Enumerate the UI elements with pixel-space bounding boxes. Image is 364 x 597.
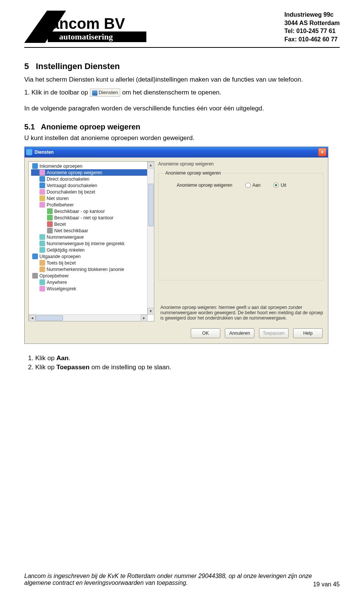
tree-item[interactable]: Beschikbaar - op kantoor — [31, 208, 154, 214]
window-icon — [26, 149, 32, 155]
instruction-prefix: 1. Klik in de toolbar op — [24, 89, 90, 96]
tree-item-label: Profielbeheer — [47, 202, 74, 208]
page-header: ancom BV automatisering Industrieweg 99c… — [24, 11, 340, 45]
section-title: Instellingen Diensten — [36, 61, 120, 71]
scroll-down-icon[interactable]: ▼ — [147, 308, 154, 315]
tree-item-label: Toets bij bezet — [47, 260, 76, 266]
page-footer: Lancom is ingeschreven bij de KvK te Rot… — [24, 573, 340, 588]
tree-item-label: Beschikbaar - op kantoor — [54, 209, 105, 214]
pane-title: Anonieme oproep weigeren — [158, 161, 324, 167]
tree-item-icon — [47, 228, 53, 233]
window-body: Inkomende oproepenAnonieme oproep weiger… — [25, 158, 328, 325]
tree-vertical-scrollbar[interactable]: ▲ ▼ — [147, 162, 154, 315]
tree-item[interactable]: Nummerweergave — [31, 234, 154, 240]
tree-item-label: Vertraagd doorschakelen — [47, 183, 97, 188]
tree-item[interactable]: Doorschakelen bij bezet — [31, 189, 154, 195]
tree-item-icon — [39, 195, 45, 201]
tree-item-label: Uitgaande oproepen — [39, 254, 81, 259]
tree-item[interactable]: Beschikbaar - niet op kantoor — [31, 214, 154, 221]
radio-icon — [273, 183, 279, 188]
tree-item-label: Niet storen — [47, 196, 69, 201]
tree-item-icon — [32, 273, 38, 279]
scroll-left-icon[interactable]: ◄ — [29, 315, 36, 321]
setting-label: Anonieme oproep weigeren — [177, 183, 232, 188]
close-icon[interactable]: × — [318, 148, 326, 156]
radio-aan-label: Aan — [253, 183, 260, 188]
tree-item[interactable]: Direct doorschakelen — [31, 176, 154, 182]
tree-item[interactable]: Anywhere — [31, 279, 154, 285]
tree-item-label: Beschikbaar - niet op kantoor — [54, 215, 113, 221]
tree-item-icon — [39, 241, 45, 246]
tree-scroll-area: Inkomende oproepenAnonieme oproep weiger… — [29, 162, 154, 321]
tree-item-icon — [39, 247, 45, 253]
tree-item[interactable]: Oproepbeheer — [31, 273, 154, 279]
page-number: 19 van 45 — [313, 581, 340, 588]
diensten-window: Diensten × Inkomende oproepenAnonieme op… — [24, 146, 328, 344]
tree-item[interactable]: Gelijktijdig rinkelen — [31, 247, 154, 253]
radio-row: Anonieme oproep weigeren Aan Uit — [177, 183, 318, 188]
tree-item[interactable]: Anonieme oproep weigeren — [31, 169, 154, 176]
tree-item-icon — [39, 234, 45, 240]
step-bold: Aan — [56, 354, 69, 362]
setting-description: Anonieme oproep weigeren: hiermee geeft … — [157, 302, 324, 321]
tree-item-icon — [39, 189, 45, 195]
groupbox-legend: Anonieme oproep weigeren — [164, 170, 223, 176]
tree-item[interactable]: Wisselgesprek — [31, 285, 154, 292]
tree-item-label: Nummerweergave — [47, 235, 84, 240]
tree-item[interactable]: Bezet — [31, 221, 154, 227]
tree-item-icon — [39, 170, 45, 175]
instruction-suffix: om het dienstenscherm te openen. — [122, 89, 221, 96]
logo-text-top: ancom BV — [51, 15, 125, 32]
radio-icon — [245, 183, 251, 188]
subsection-intro: U kunt instellen dat anonieme oproepen w… — [24, 134, 340, 143]
tree-item-label: Oproepbeheer — [39, 273, 69, 279]
hscroll-thumb[interactable] — [36, 315, 63, 321]
tree-item-icon — [39, 266, 45, 272]
help-button[interactable]: Help — [293, 328, 323, 338]
document-page: ancom BV automatisering Industrieweg 99c… — [0, 0, 364, 597]
step-suffix: om de instelling op te slaan. — [89, 364, 171, 371]
radio-uit[interactable]: Uit — [273, 183, 286, 188]
window-titlebar[interactable]: Diensten × — [25, 147, 328, 158]
vscroll-thumb[interactable] — [148, 184, 154, 226]
tree-horizontal-scrollbar[interactable]: ◄ ► — [29, 314, 147, 321]
tree-item[interactable]: Inkomende oproepen — [31, 163, 154, 169]
subsection-title: Anonieme oproep weigeren — [41, 123, 140, 131]
tree-item[interactable]: Uitgaande oproepen — [31, 253, 154, 260]
tree-item[interactable]: Toets bij bezet — [31, 260, 154, 266]
tree-item-icon — [32, 163, 38, 169]
company-address: Industrieweg 99c 3044 AS Rotterdam Tel: … — [284, 11, 340, 43]
apply-button[interactable]: Toepassen — [259, 328, 289, 338]
tree-item-label: Nummerherkenning blokkeren (anonie — [47, 267, 124, 272]
step-1: 1. Klik op Aan. — [34, 354, 340, 362]
scroll-right-icon[interactable]: ► — [141, 315, 147, 321]
tree-item-icon — [39, 202, 45, 208]
services-tree[interactable]: Inkomende oproepenAnonieme oproep weiger… — [28, 161, 154, 321]
step-prefix: 1. Klik op — [28, 354, 56, 362]
ok-button[interactable]: OK — [191, 328, 220, 338]
tree-item[interactable]: Nummerweergave bij interne gesprekk — [31, 240, 154, 247]
tree-item-label: Direct doorschakelen — [47, 176, 89, 182]
tree-item[interactable]: Nummerherkenning blokkeren (anonie — [31, 266, 154, 273]
right-pane: Anonieme oproep weigeren Anonieme oproep… — [157, 161, 324, 321]
dialog-button-bar: OK Annuleren Toepassen Help — [25, 325, 328, 343]
scroll-up-icon[interactable]: ▲ — [147, 162, 154, 169]
tree-item[interactable]: Niet beschikbaar — [31, 227, 154, 234]
tree-item-icon — [32, 254, 38, 259]
radio-aan[interactable]: Aan — [245, 183, 260, 188]
settings-groupbox: Anonieme oproep weigeren Anonieme oproep… — [158, 170, 323, 280]
tree-item[interactable]: Profielbeheer — [31, 202, 154, 208]
address-line: Industrieweg 99c — [284, 11, 340, 19]
tree-item[interactable]: Vertraagd doorschakelen — [31, 182, 154, 189]
address-line: Tel: 010-245 77 61 — [284, 27, 340, 35]
step-suffix: . — [69, 354, 71, 362]
tree-item-label: Anywhere — [47, 280, 67, 285]
section-number: 5 — [24, 61, 29, 71]
tree-item[interactable]: Niet storen — [31, 195, 154, 202]
tree-item-label: Niet beschikbaar — [54, 228, 88, 233]
tree-item-label: Nummerweergave bij interne gesprekk — [47, 241, 124, 246]
cancel-button[interactable]: Annuleren — [225, 328, 254, 338]
step-prefix: 2. Klik op — [28, 364, 56, 371]
instruction-line: 1. Klik in de toolbar op Diensten om het… — [24, 88, 340, 97]
diensten-icon — [92, 90, 97, 96]
